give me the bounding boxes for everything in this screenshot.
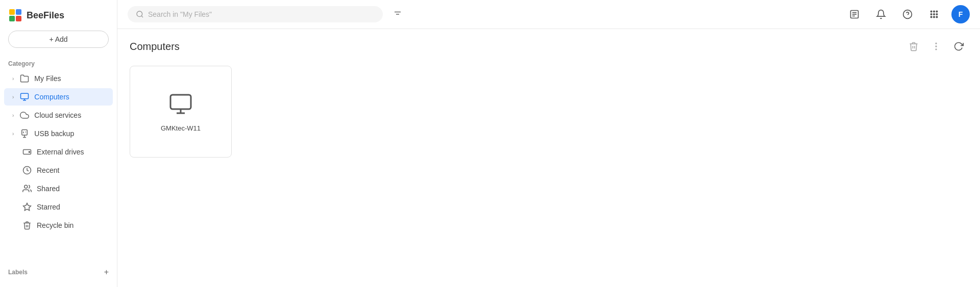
chevron-icon: › <box>12 113 14 118</box>
sidebar-item-label-shared: Shared <box>37 185 60 193</box>
search-box[interactable] <box>128 6 383 22</box>
sidebar-item-label-cloud-services: Cloud services <box>34 111 81 119</box>
sidebar-item-starred[interactable]: Starred <box>4 198 113 216</box>
svg-rect-2 <box>9 16 15 21</box>
labels-section: Labels + <box>0 262 117 279</box>
files-grid: GMKtec-W11 <box>117 62 980 162</box>
svg-point-33 <box>936 14 938 15</box>
svg-point-32 <box>934 14 935 15</box>
sidebar-item-usb-backup[interactable]: › USB backup <box>4 125 113 142</box>
monitor-icon <box>20 92 29 101</box>
file-card-name: GMKtec-W11 <box>155 124 207 132</box>
drive-icon <box>22 147 32 156</box>
svg-marker-16 <box>23 203 31 211</box>
svg-point-39 <box>936 49 937 50</box>
svg-point-38 <box>936 46 937 47</box>
usb-icon <box>20 129 29 138</box>
folder-icon <box>20 74 29 83</box>
sidebar-item-label-usb-backup: USB backup <box>34 129 74 138</box>
apps-icon-button[interactable] <box>925 5 943 23</box>
computer-card-icon <box>168 92 193 116</box>
page-title: Computers <box>130 41 180 53</box>
chevron-icon: › <box>12 131 14 137</box>
sidebar-item-recycle-bin[interactable]: Recycle bin <box>4 217 113 234</box>
svg-point-35 <box>934 16 935 17</box>
sidebar-item-label-starred: Starred <box>37 203 60 211</box>
sidebar-item-recent[interactable]: Recent <box>4 162 113 179</box>
logo-area: BeeFiles <box>0 8 117 31</box>
more-options-button[interactable] <box>927 37 945 56</box>
svg-point-29 <box>934 11 935 12</box>
svg-line-18 <box>141 16 143 17</box>
svg-rect-4 <box>21 93 29 99</box>
sidebar-item-shared[interactable]: Shared <box>4 180 113 197</box>
refresh-button[interactable] <box>949 37 968 56</box>
svg-point-36 <box>936 16 938 17</box>
svg-point-30 <box>936 11 938 12</box>
sidebar-item-computers[interactable]: › Computers <box>4 88 113 106</box>
sidebar-item-label-computers: Computers <box>34 93 69 101</box>
notes-icon-button[interactable] <box>845 5 864 23</box>
sidebar-item-label-external-drives: External drives <box>37 148 84 156</box>
svg-point-34 <box>930 16 932 17</box>
topbar: F <box>117 0 980 29</box>
sidebar-item-label-my-files: My Files <box>34 74 61 83</box>
chevron-icon: › <box>12 94 14 100</box>
svg-point-17 <box>137 11 142 17</box>
filter-button[interactable] <box>389 8 406 21</box>
notifications-icon-button[interactable] <box>872 5 890 23</box>
main-area: F Computers <box>117 0 980 287</box>
chevron-icon: › <box>12 76 14 82</box>
content-actions <box>904 37 968 56</box>
svg-point-15 <box>24 185 28 188</box>
svg-point-13 <box>29 151 30 152</box>
trash-icon <box>22 221 32 230</box>
search-input[interactable] <box>148 10 375 18</box>
clock-icon <box>22 166 32 175</box>
sidebar-item-my-files[interactable]: › My Files <box>4 70 113 87</box>
svg-point-37 <box>936 43 937 44</box>
content-area: Computers <box>117 29 980 287</box>
sidebar-item-cloud-services[interactable]: › Cloud services <box>4 107 113 124</box>
add-label-button[interactable]: + <box>104 268 109 277</box>
avatar-button[interactable]: F <box>951 5 970 23</box>
logo-icon <box>8 8 22 22</box>
svg-point-28 <box>930 11 932 12</box>
svg-rect-1 <box>16 9 21 15</box>
sidebar-item-external-drives[interactable]: External drives <box>4 143 113 161</box>
add-button[interactable]: + Add <box>8 31 109 48</box>
delete-button[interactable] <box>904 37 923 56</box>
people-icon <box>22 184 32 193</box>
svg-rect-0 <box>9 9 15 15</box>
search-icon <box>136 10 144 18</box>
help-icon-button[interactable] <box>898 5 917 23</box>
labels-title: Labels <box>8 269 28 276</box>
svg-rect-7 <box>22 130 28 136</box>
svg-rect-40 <box>170 95 191 109</box>
app-title: BeeFiles <box>27 10 64 21</box>
sidebar-item-label-recycle-bin: Recycle bin <box>37 221 74 229</box>
svg-rect-3 <box>16 16 21 21</box>
content-header: Computers <box>117 29 980 62</box>
star-icon <box>22 202 32 212</box>
svg-point-31 <box>930 14 932 15</box>
file-card[interactable]: GMKtec-W11 <box>130 66 232 158</box>
sidebar-item-label-recent: Recent <box>37 166 59 174</box>
sidebar: BeeFiles + Add Category › My Files › <box>0 0 117 287</box>
cloud-icon <box>20 111 29 120</box>
topbar-icons: F <box>845 5 970 23</box>
category-label: Category <box>0 56 117 69</box>
